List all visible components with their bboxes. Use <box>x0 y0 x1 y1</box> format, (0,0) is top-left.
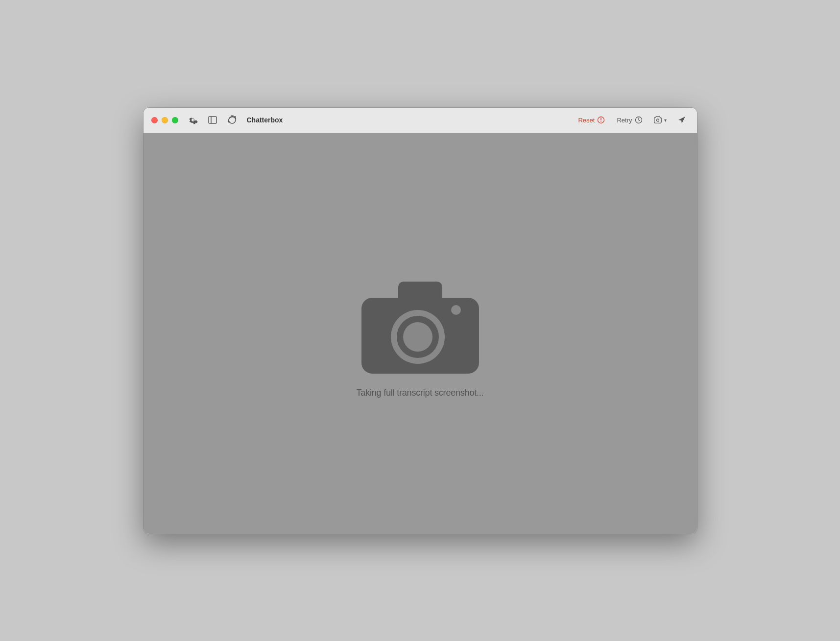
camera-dropdown-chevron: ▾ <box>664 118 667 123</box>
send-button[interactable] <box>674 113 689 127</box>
traffic-lights <box>151 117 178 123</box>
close-button[interactable] <box>151 117 158 123</box>
retry-button[interactable]: Retry <box>612 114 647 126</box>
retry-label: Retry <box>617 117 632 124</box>
app-title: Chatterbox <box>247 116 283 124</box>
svg-point-7 <box>660 118 660 119</box>
maximize-button[interactable] <box>172 117 178 123</box>
app-window: Chatterbox Reset Retry <box>144 108 697 534</box>
camera-placeholder: Taking full transcript screenshot... <box>352 268 489 398</box>
svg-point-12 <box>451 305 461 315</box>
svg-point-4 <box>601 121 602 122</box>
svg-rect-0 <box>209 117 216 123</box>
svg-point-11 <box>403 322 432 352</box>
camera-dropdown-button[interactable]: ▾ <box>649 113 671 127</box>
svg-point-6 <box>656 119 659 121</box>
settings-icon[interactable] <box>186 113 200 127</box>
titlebar: Chatterbox Reset Retry <box>144 108 697 133</box>
sidebar-icon[interactable] <box>206 113 219 127</box>
minimize-button[interactable] <box>162 117 168 123</box>
content-area: Taking full transcript screenshot... <box>144 133 697 534</box>
reset-label: Reset <box>578 117 595 124</box>
titlebar-left-icons <box>186 113 239 127</box>
refresh-icon[interactable] <box>225 113 239 127</box>
screenshot-status-text: Taking full transcript screenshot... <box>357 388 484 398</box>
titlebar-right: Reset Retry <box>573 113 689 127</box>
camera-large-icon <box>352 268 489 376</box>
reset-button[interactable]: Reset <box>573 114 610 126</box>
